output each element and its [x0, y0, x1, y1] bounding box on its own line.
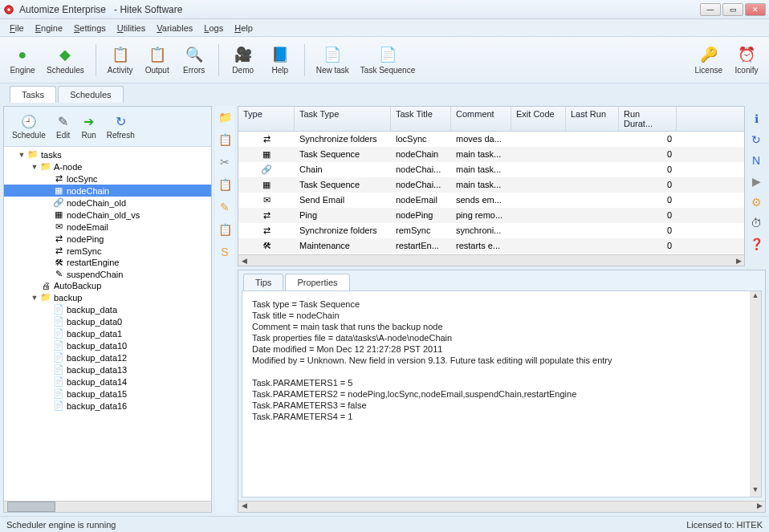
table-row[interactable]: ▦Task SequencenodeChainmain task...0	[238, 147, 744, 162]
toolbar-demo[interactable]: 🎥Demo	[227, 43, 259, 76]
col-comment[interactable]: Comment	[451, 107, 511, 131]
mid-btn-1[interactable]: 📋	[217, 132, 233, 148]
left-tb-refresh[interactable]: ↻Refresh	[102, 112, 140, 141]
property-line: Task title = nodeChain	[252, 311, 751, 320]
tree-item-nodechain_old[interactable]: 🔗nodeChain_old	[4, 197, 211, 209]
close-button[interactable]: ✕	[745, 3, 766, 16]
col-type[interactable]: Type	[238, 107, 295, 131]
tab-tips[interactable]: Tips	[243, 274, 283, 290]
toolbar-new-task[interactable]: 📄New task	[313, 43, 352, 76]
menu-help[interactable]: Help	[230, 22, 258, 35]
tree-item-locsync[interactable]: ⇄locSync	[4, 173, 211, 185]
props-vscrollbar[interactable]: ▲▼	[750, 291, 761, 497]
tree-item-suspendchain[interactable]: ✎suspendChain	[4, 268, 211, 280]
toolbar-task-sequence[interactable]: 📄Task Sequence	[357, 43, 418, 76]
tree-item-backup_data16[interactable]: 📄backup_data16	[4, 400, 211, 412]
right-btn-4[interactable]: ⚙	[748, 194, 764, 210]
tree-item-backup_data10[interactable]: 📄backup_data10	[4, 339, 211, 351]
tree-item-remsync[interactable]: ⇄remSync	[4, 245, 211, 257]
tree-item-a-node[interactable]: ▼📁A-node	[4, 160, 211, 173]
tab-tasks[interactable]: Tasks	[10, 86, 56, 103]
table-row[interactable]: ✉Send EmailnodeEmailsends em...0	[238, 193, 744, 208]
table-row[interactable]: ▦Task SequencenodeChai...main task...0	[238, 177, 744, 193]
property-line: Modified by = Unknown. New field in vers…	[252, 355, 751, 365]
mid-btn-6[interactable]: S	[217, 244, 233, 260]
table-row[interactable]: 🛠MaintenancerestartEn...restarts e...0	[238, 238, 744, 253]
menu-logs[interactable]: Logs	[199, 22, 228, 35]
table-row[interactable]: ⇄Synchronize foldersremSyncsynchroni...0	[238, 223, 744, 238]
menu-file[interactable]: File	[5, 22, 29, 35]
task-tree[interactable]: ▼📁tasks▼📁A-node⇄locSync▦nodeChain🔗nodeCh…	[4, 147, 211, 501]
table-row[interactable]: 🔗ChainnodeChai...main task...0	[238, 162, 744, 177]
props-hscrollbar[interactable]: ◀▶	[238, 501, 765, 512]
tree-item-backup_data[interactable]: 📄backup_data	[4, 303, 211, 315]
tree-item-tasks[interactable]: ▼📁tasks	[4, 148, 211, 160]
col-last-run[interactable]: Last Run	[566, 107, 619, 131]
menu-variables[interactable]: Variables	[152, 22, 197, 35]
tree-hscrollbar[interactable]	[4, 501, 211, 512]
mid-btn-4[interactable]: ✎	[217, 199, 233, 215]
table-row[interactable]: ⇄Synchronize folderslocSyncmoves da...0	[238, 132, 744, 147]
tab-properties[interactable]: Properties	[285, 274, 349, 290]
left-tb-edit[interactable]: ✎Edit	[51, 112, 76, 141]
tree-item-backup_data1[interactable]: 📄backup_data1	[4, 327, 211, 339]
property-line: Date modified = Mon Dec 12 21:27:28 PST …	[252, 344, 751, 354]
col-exit-code[interactable]: Exit Code	[511, 107, 566, 131]
right-btn-1[interactable]: ↻	[748, 132, 764, 148]
window-titlebar: Automize Enterprise - Hitek Software — ▭…	[0, 0, 769, 19]
toolbar-activity[interactable]: 📋Activity	[104, 43, 136, 76]
status-left: Scheduler engine is running	[6, 520, 116, 530]
right-btn-2[interactable]: N	[748, 152, 764, 169]
tree-item-autobackup[interactable]: 🖨AutoBackup	[4, 280, 211, 291]
toolbar-schedules[interactable]: ◆Schedules	[43, 43, 87, 76]
right-btn-5[interactable]: ⏱	[748, 215, 764, 231]
col-task-title[interactable]: Task Title	[391, 107, 451, 131]
right-btn-3[interactable]: ▶	[748, 173, 764, 189]
properties-panel: Tips Properties Task type = Task Sequenc…	[238, 270, 766, 513]
table-hscrollbar[interactable]: ◀▶	[238, 254, 744, 266]
toolbar-iconify[interactable]: ⏰Iconify	[730, 43, 763, 76]
tree-item-restartengine[interactable]: 🛠restartEngine	[4, 257, 211, 268]
left-tb-run[interactable]: ➔Run	[76, 112, 102, 141]
tree-item-backup_data12[interactable]: 📄backup_data12	[4, 351, 211, 363]
toolbar-license[interactable]: 🔑License	[692, 43, 726, 76]
left-panel: 🕘Schedule✎Edit➔Run↻Refresh ▼📁tasks▼📁A-no…	[3, 106, 212, 513]
table-row[interactable]: ⇄PingnodePingping remo...0	[238, 208, 744, 223]
col-run-durat-[interactable]: Run Durat...	[619, 107, 677, 131]
mid-btn-2[interactable]: ✂	[217, 154, 233, 170]
toolbar-help[interactable]: 📘Help	[264, 43, 296, 76]
svg-point-1	[7, 8, 10, 11]
window-title-app: Automize Enterprise	[19, 4, 106, 15]
app-icon	[3, 4, 14, 15]
tab-schedules[interactable]: Schedules	[58, 86, 123, 103]
tree-item-nodechain_old_vs[interactable]: ▦nodeChain_old_vs	[4, 209, 211, 221]
maximize-button[interactable]: ▭	[722, 3, 743, 16]
menu-engine[interactable]: Engine	[31, 22, 67, 35]
tree-item-nodeemail[interactable]: ✉nodeEmail	[4, 221, 211, 233]
mid-btn-3[interactable]: 📋	[217, 177, 233, 193]
tree-item-nodechain[interactable]: ▦nodeChain	[4, 185, 211, 197]
toolbar-errors[interactable]: 🔍Errors	[178, 43, 210, 76]
menu-utilities[interactable]: Utilities	[112, 22, 150, 35]
menu-settings[interactable]: Settings	[69, 22, 111, 35]
tree-item-nodeping[interactable]: ⇄nodePing	[4, 233, 211, 245]
minimize-button[interactable]: —	[700, 3, 721, 16]
right-btn-6[interactable]: ❓	[748, 236, 764, 252]
right-btn-0[interactable]: ℹ	[748, 111, 764, 127]
window-title-vendor: - Hitek Software	[114, 4, 182, 15]
tree-item-backup_data0[interactable]: 📄backup_data0	[4, 315, 211, 327]
toolbar-output[interactable]: 📋Output	[141, 43, 173, 76]
tree-item-backup_data13[interactable]: 📄backup_data13	[4, 363, 211, 376]
tree-item-backup_data15[interactable]: 📄backup_data15	[4, 388, 211, 400]
col-task-type[interactable]: Task Type	[295, 107, 391, 131]
property-line: Task.PARAMETERS4 = 1	[252, 412, 751, 421]
mid-toolbar: 📁📋✂📋✎📋S	[215, 106, 234, 513]
left-tb-schedule[interactable]: 🕘Schedule	[7, 112, 51, 141]
mid-btn-5[interactable]: 📋	[217, 221, 233, 238]
mid-btn-0[interactable]: 📁	[217, 109, 233, 125]
menubar: FileEngineSettingsUtilitiesVariablesLogs…	[0, 19, 769, 37]
task-table: TypeTask TypeTask TitleCommentExit CodeL…	[238, 106, 745, 266]
tree-item-backup_data14[interactable]: 📄backup_data14	[4, 376, 211, 388]
toolbar-engine[interactable]: ●Engine	[6, 43, 39, 76]
tree-item-backup[interactable]: ▼📁backup	[4, 291, 211, 303]
